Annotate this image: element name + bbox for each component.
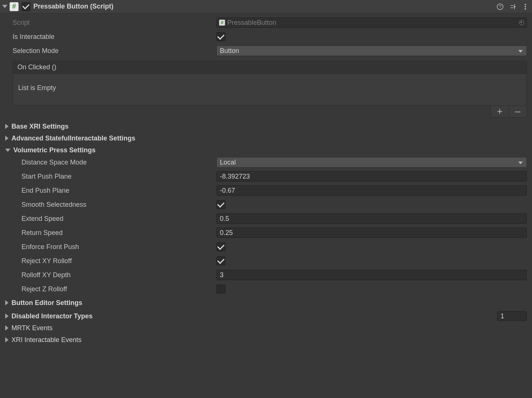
foldout-icon[interactable]	[5, 136, 9, 141]
selection-mode-value: Button	[220, 47, 239, 55]
help-icon[interactable]: ?	[496, 3, 504, 10]
reject-xy-rolloff-checkbox[interactable]	[217, 256, 225, 265]
smooth-selectedness-label: Smooth Selectedness	[22, 201, 217, 209]
script-value: PressableButton	[227, 19, 276, 27]
svg-point-5	[525, 8, 526, 10]
mrtk-events-title: MRTK Events	[11, 324, 532, 332]
component-foldout-icon[interactable]	[2, 5, 7, 8]
script-icon: #	[10, 2, 19, 11]
button-editor-title: Button Editor Settings	[11, 299, 82, 307]
script-label: Script	[13, 19, 217, 27]
end-push-plane-input[interactable]	[217, 185, 527, 196]
selection-mode-dropdown[interactable]: Button	[217, 46, 527, 56]
mrtk-events-row[interactable]: MRTK Events	[5, 322, 532, 334]
foldout-icon[interactable]	[5, 337, 9, 342]
return-speed-label: Return Speed	[22, 229, 217, 237]
event-add-button[interactable]: +	[491, 106, 509, 117]
pressable-button-component: # Pressable Button (Script) ? Script # P…	[0, 0, 532, 346]
component-header-icons: ?	[496, 3, 529, 10]
return-speed-row: Return Speed	[22, 226, 527, 239]
event-remove-button[interactable]: –	[509, 106, 526, 117]
advanced-title: Advanced StatefulInteractable Settings	[11, 135, 135, 142]
event-buttons: + –	[13, 106, 527, 117]
start-push-plane-label: Start Push Plane	[22, 173, 217, 180]
on-clicked-event: On Clicked () List is Empty	[13, 61, 527, 106]
context-menu-icon[interactable]	[522, 3, 529, 10]
distance-space-mode-dropdown[interactable]: Local	[217, 157, 527, 168]
foldout-icon[interactable]	[5, 124, 9, 129]
rolloff-xy-depth-input[interactable]	[217, 270, 527, 280]
on-clicked-header: On Clicked ()	[13, 61, 526, 74]
smooth-selectedness-checkbox[interactable]	[217, 200, 225, 209]
script-row: Script # PressableButton	[13, 16, 527, 29]
svg-text:?: ?	[499, 4, 502, 9]
object-picker-icon[interactable]	[519, 20, 524, 25]
script-mini-icon: #	[219, 20, 225, 26]
button-editor-section[interactable]: Button Editor Settings	[5, 297, 527, 309]
foldout-icon[interactable]	[5, 314, 9, 319]
selection-mode-label: Selection Mode	[13, 47, 217, 55]
start-push-plane-input[interactable]	[217, 171, 527, 182]
enforce-front-push-label: Enforce Front Push	[22, 243, 217, 251]
reject-z-rolloff-row: Reject Z Rolloff	[22, 283, 527, 295]
base-xri-title: Base XRI Settings	[11, 123, 69, 130]
return-speed-input[interactable]	[217, 228, 527, 238]
reject-xy-rolloff-label: Reject XY Rolloff	[22, 257, 217, 265]
svg-point-4	[525, 6, 526, 7]
distance-space-mode-value: Local	[220, 159, 236, 166]
start-push-plane-row: Start Push Plane	[22, 170, 527, 183]
reject-xy-rolloff-row: Reject XY Rolloff	[22, 255, 527, 267]
script-object-field[interactable]: # PressableButton	[217, 17, 527, 28]
disabled-interactor-row[interactable]: Disabled Interactor Types	[5, 310, 532, 322]
xri-events-row[interactable]: XRI Interactable Events	[5, 334, 532, 346]
enforce-front-push-row: Enforce Front Push	[22, 241, 527, 253]
foldout-icon[interactable]	[5, 149, 10, 152]
reject-z-rolloff-label: Reject Z Rolloff	[22, 285, 217, 293]
svg-point-3	[525, 4, 526, 5]
rolloff-xy-depth-label: Rolloff XY Depth	[22, 271, 217, 279]
on-clicked-empty: List is Empty	[13, 74, 526, 105]
is-interactable-row: Is Interactable	[13, 30, 527, 43]
foldout-icon[interactable]	[5, 300, 9, 305]
xri-events-title: XRI Interactable Events	[11, 336, 532, 344]
base-xri-section[interactable]: Base XRI Settings	[5, 120, 527, 132]
volumetric-title: Volumetric Press Settings	[13, 146, 96, 154]
disabled-interactor-count[interactable]	[497, 311, 527, 321]
component-enable-checkbox[interactable]	[22, 2, 30, 11]
smooth-selectedness-row: Smooth Selectedness	[22, 198, 527, 211]
svg-point-2	[514, 6, 515, 7]
preset-icon[interactable]	[509, 3, 516, 10]
extend-speed-input[interactable]	[217, 213, 527, 224]
foldout-icon[interactable]	[5, 325, 9, 331]
advanced-section[interactable]: Advanced StatefulInteractable Settings	[5, 132, 527, 144]
disabled-interactor-title: Disabled Interactor Types	[11, 312, 497, 320]
volumetric-content: Distance Space Mode Local Start Push Pla…	[13, 156, 527, 295]
selection-mode-row: Selection Mode Button	[13, 44, 527, 57]
component-title: Pressable Button (Script)	[33, 3, 496, 10]
end-push-plane-row: End Push Plane	[22, 184, 527, 197]
extend-speed-row: Extend Speed	[22, 212, 527, 225]
is-interactable-checkbox[interactable]	[217, 32, 225, 41]
extend-speed-label: Extend Speed	[22, 215, 217, 223]
reject-z-rolloff-checkbox[interactable]	[217, 285, 225, 293]
is-interactable-label: Is Interactable	[13, 33, 217, 41]
bottom-foldouts: Disabled Interactor Types MRTK Events XR…	[0, 310, 532, 346]
distance-space-mode-label: Distance Space Mode	[22, 159, 217, 166]
component-body: Script # PressableButton Is Interactable…	[0, 13, 532, 310]
rolloff-xy-depth-row: Rolloff XY Depth	[22, 269, 527, 281]
enforce-front-push-checkbox[interactable]	[217, 242, 225, 251]
end-push-plane-label: End Push Plane	[22, 187, 217, 195]
distance-space-mode-row: Distance Space Mode Local	[22, 156, 527, 169]
volumetric-section[interactable]: Volumetric Press Settings	[5, 144, 527, 156]
component-header: # Pressable Button (Script) ?	[0, 0, 532, 13]
